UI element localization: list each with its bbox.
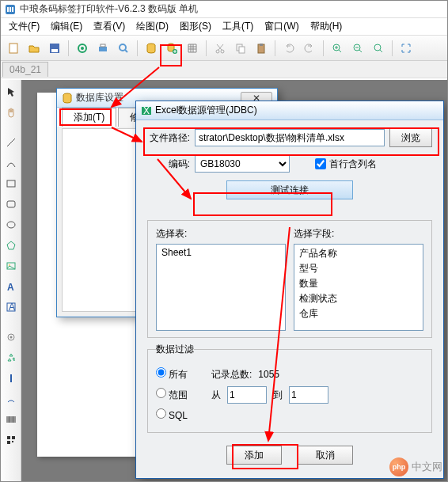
- image-icon[interactable]: [2, 257, 20, 275]
- dialog-title-bar[interactable]: X Excel数据源管理(JDBC): [136, 101, 443, 120]
- encoding-label: 编码:: [147, 158, 190, 171]
- svg-rect-39: [7, 441, 10, 444]
- svg-point-11: [120, 44, 126, 51]
- rect-icon[interactable]: [2, 175, 20, 192]
- tab-add[interactable]: 添加(T): [62, 108, 116, 127]
- doc-tab[interactable]: 04b_21: [2, 62, 48, 77]
- select-fields-label: 选择字段:: [294, 227, 423, 241]
- svg-rect-1: [7, 7, 9, 12]
- qrcode-icon[interactable]: [2, 431, 20, 449]
- from-input[interactable]: [227, 386, 267, 404]
- fullscreen-icon[interactable]: [397, 39, 416, 58]
- copy-icon[interactable]: [231, 39, 250, 58]
- dialog-title: 数据库设置: [76, 91, 123, 104]
- list-item[interactable]: 检测状态: [296, 291, 421, 306]
- preview-icon[interactable]: [114, 39, 133, 58]
- browse-button[interactable]: 浏览: [389, 128, 432, 147]
- svg-point-28: [7, 222, 15, 228]
- encoding-select[interactable]: GB18030: [195, 155, 290, 173]
- menu-edit[interactable]: 编辑(E): [46, 18, 87, 35]
- open-icon[interactable]: [25, 39, 44, 58]
- settings-icon[interactable]: [73, 39, 92, 58]
- first-row-checkbox[interactable]: 首行含列名: [315, 158, 377, 171]
- menu-view[interactable]: 查看(V): [89, 18, 130, 35]
- menu-draw[interactable]: 绘图(D): [131, 18, 173, 35]
- menu-file[interactable]: 文件(F): [4, 18, 44, 35]
- text-icon[interactable]: A: [2, 278, 20, 295]
- ellipse-icon[interactable]: [2, 216, 20, 233]
- watermark: php 中文网: [389, 457, 442, 476]
- undo-icon[interactable]: [279, 39, 298, 58]
- gear-icon[interactable]: [2, 328, 20, 346]
- svg-point-24: [374, 44, 381, 51]
- save-icon[interactable]: [45, 39, 64, 58]
- zoom-in-icon[interactable]: [328, 39, 347, 58]
- excel-icon: X: [141, 105, 152, 116]
- zoom-fit-icon[interactable]: [369, 39, 388, 58]
- curve-icon[interactable]: [2, 154, 20, 172]
- total-label: 记录总数:: [211, 368, 252, 381]
- list-item[interactable]: 数量: [296, 276, 421, 291]
- fields-listbox[interactable]: 产品名称 型号 数量 检测状态 仓库: [294, 244, 423, 331]
- radio-all[interactable]: 所有: [156, 367, 188, 381]
- menu-tool[interactable]: 工具(T): [218, 18, 258, 35]
- svg-rect-26: [7, 180, 15, 187]
- db-icon: [62, 93, 73, 104]
- redo-icon[interactable]: [300, 39, 319, 58]
- svg-rect-27: [7, 201, 15, 207]
- database-icon[interactable]: [142, 39, 161, 58]
- recycle-icon[interactable]: [2, 349, 20, 366]
- svg-rect-40: [12, 441, 13, 442]
- path-input[interactable]: [195, 129, 385, 146]
- to-input[interactable]: [289, 386, 328, 404]
- richtext-icon[interactable]: A: [2, 298, 20, 316]
- radio-sql[interactable]: SQL: [156, 408, 188, 421]
- zoom-out-icon[interactable]: [348, 39, 367, 58]
- svg-line-12: [125, 50, 127, 52]
- print-icon[interactable]: [93, 39, 112, 58]
- main-toolbar: [1, 36, 447, 61]
- svg-point-17: [221, 50, 224, 53]
- arc-icon[interactable]: [2, 390, 20, 408]
- app-icon: [4, 3, 17, 16]
- svg-rect-3: [12, 7, 13, 12]
- test-connection-button[interactable]: 测试连接: [226, 180, 353, 199]
- table-field-selector: 选择表: Sheet1 选择字段: 产品名称 型号 数量 检测状态 仓库: [147, 220, 432, 338]
- menu-window[interactable]: 窗口(W): [260, 18, 303, 35]
- add-button[interactable]: 添加: [226, 446, 282, 465]
- hand-icon[interactable]: [2, 104, 20, 121]
- svg-point-16: [216, 50, 219, 53]
- vline-icon[interactable]: [2, 370, 20, 387]
- list-item[interactable]: Sheet1: [158, 246, 283, 259]
- table-listbox[interactable]: Sheet1: [156, 244, 286, 331]
- list-item[interactable]: 型号: [296, 261, 421, 276]
- polygon-icon[interactable]: [2, 237, 20, 254]
- list-item[interactable]: 仓库: [296, 306, 421, 321]
- pointer-icon[interactable]: [2, 83, 20, 101]
- svg-rect-4: [9, 44, 17, 53]
- app-title-bar: 中琅条码标签打印软件-V6.2.3 数码版 单机: [1, 1, 447, 18]
- svg-point-35: [9, 336, 12, 339]
- svg-rect-2: [9, 7, 11, 12]
- svg-text:A: A: [7, 282, 14, 292]
- list-item[interactable]: 产品名称: [296, 246, 421, 261]
- radio-range[interactable]: 范围: [156, 388, 188, 402]
- menu-help[interactable]: 帮助(H): [306, 18, 347, 35]
- menu-shape[interactable]: 图形(S): [175, 18, 216, 35]
- excel-jdbc-dialog: X Excel数据源管理(JDBC) 文件路径: 浏览 编码: GB18030 …: [135, 101, 444, 479]
- from-label: 从: [211, 389, 221, 402]
- cancel-button[interactable]: 取消: [298, 446, 353, 465]
- side-toolbar: A A: [1, 80, 21, 481]
- roundrect-icon[interactable]: [2, 195, 20, 213]
- grid-icon[interactable]: [183, 39, 202, 58]
- barcode-icon[interactable]: [2, 411, 20, 428]
- svg-text:X: X: [143, 105, 150, 116]
- db-add-icon[interactable]: [162, 39, 181, 58]
- svg-rect-6: [51, 49, 58, 52]
- svg-line-25: [7, 139, 15, 146]
- new-icon[interactable]: [4, 39, 23, 58]
- line-icon[interactable]: [2, 134, 20, 151]
- svg-point-8: [81, 47, 84, 50]
- paste-icon[interactable]: [252, 39, 271, 58]
- cut-icon[interactable]: [211, 39, 230, 58]
